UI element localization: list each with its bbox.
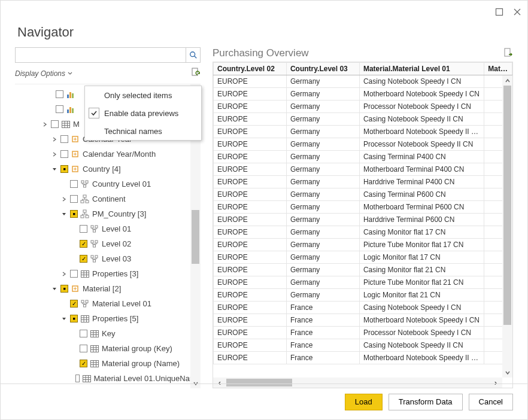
tree-node[interactable]: PM_Country [3]	[15, 206, 201, 221]
checkbox[interactable]	[56, 105, 63, 113]
table-row[interactable]: EUROPEGermanyMotherboard Notebook Speedy…	[214, 88, 512, 101]
table-row[interactable]: EUROPEGermanyMotherboard Terminal P400 C…	[214, 163, 512, 176]
table-cell: EUROPE	[214, 251, 287, 264]
expand-arrow-icon[interactable]	[60, 316, 68, 321]
menu-item-only-selected[interactable]: Only selected items	[85, 86, 201, 104]
table-cell: EUROPE	[214, 314, 287, 327]
cancel-button[interactable]: Cancel	[469, 394, 513, 410]
tree-node[interactable]: Material [2]	[15, 281, 201, 296]
checkbox[interactable]	[60, 165, 68, 173]
table-row[interactable]: EUROPEFranceMotherboard Notebook Speedy …	[214, 314, 512, 327]
scroll-thumb[interactable]	[192, 210, 199, 264]
checkbox[interactable]	[60, 285, 68, 293]
menu-item-enable-previews[interactable]: Enable data previews	[85, 104, 201, 122]
table-row[interactable]: EUROPEGermanyCasing Monitor flat 21 CN	[214, 264, 512, 276]
table-row[interactable]: EUROPEFranceProcessor Notebook Speedy I …	[214, 327, 512, 339]
expand-arrow-icon[interactable]	[60, 197, 68, 202]
column-header[interactable]: Material	[484, 63, 512, 75]
table-cell: Casing Monitor flat 17 CN	[359, 226, 484, 239]
table-row[interactable]: EUROPEGermanyProcessor Notebook Speedy I…	[214, 101, 512, 113]
table-cell: Processor Notebook Speedy II CN	[359, 138, 484, 151]
tree-node[interactable]: Country [4]	[15, 162, 201, 176]
tree-node[interactable]: Continent	[15, 191, 201, 206]
table-row[interactable]: EUROPEGermanyMotherboard Terminal P600 C…	[214, 201, 512, 214]
checkbox[interactable]	[80, 255, 87, 263]
checkbox[interactable]	[80, 360, 87, 367]
table-cell: Germany	[286, 201, 359, 214]
table-cell: Germany	[286, 176, 359, 188]
tree-node[interactable]: Properties [3]	[15, 266, 201, 281]
checkbox[interactable]	[51, 120, 59, 128]
table-row[interactable]: EUROPEFranceMotherboard Notebook Speedy …	[214, 352, 512, 364]
export-icon[interactable]	[503, 48, 513, 59]
tree-node[interactable]: Level 01	[15, 221, 201, 236]
tree-node[interactable]: Key	[15, 326, 201, 341]
table-row[interactable]: EUROPEGermanyPicture Tube Monitor flat 2…	[214, 276, 512, 289]
table-row[interactable]: EUROPEGermanyProcessor Notebook Speedy I…	[214, 138, 512, 151]
table-row[interactable]: EUROPEGermanyCasing Terminal P600 CN	[214, 188, 512, 201]
expand-arrow-icon[interactable]	[41, 122, 48, 127]
menu-item-technical-names[interactable]: Technical names	[85, 122, 201, 140]
table-row[interactable]: EUROPEGermanyCasing Notebook Speedy I CN	[214, 75, 512, 88]
checkbox[interactable]	[56, 90, 63, 98]
checkbox[interactable]	[80, 330, 87, 337]
search-button[interactable]	[186, 48, 200, 62]
expand-arrow-icon[interactable]	[51, 167, 58, 172]
chevron-down-icon	[68, 71, 72, 76]
transform-data-button[interactable]: Transform Data	[389, 394, 463, 410]
close-icon[interactable]	[513, 8, 521, 18]
column-header[interactable]: Material.Material Level 01	[359, 63, 484, 75]
table-row[interactable]: EUROPEGermanyCasing Terminal P400 CN	[214, 151, 512, 163]
table-row[interactable]: EUROPEFranceCasing Notebook Speedy II CN	[214, 339, 512, 352]
checkbox[interactable]	[80, 345, 87, 352]
svg-rect-98	[91, 360, 99, 367]
maximize-icon[interactable]	[495, 8, 503, 18]
table-vscrollbar[interactable]	[502, 75, 512, 378]
tree-node[interactable]: Material group (Key)	[15, 341, 201, 356]
scroll-down-icon[interactable]	[502, 367, 512, 378]
checkbox[interactable]	[70, 210, 78, 218]
scroll-up-icon[interactable]	[502, 75, 512, 86]
expand-arrow-icon[interactable]	[51, 137, 58, 142]
table-row[interactable]: EUROPEGermanyCasing Monitor flat 17 CN	[214, 226, 512, 239]
load-button[interactable]: Load	[345, 394, 383, 410]
checkbox[interactable]	[70, 195, 78, 203]
table-row[interactable]: EUROPEGermanyLogic Monitor flat 21 CN	[214, 289, 512, 302]
checkbox[interactable]	[70, 180, 78, 188]
search-input[interactable]	[16, 48, 186, 62]
tree-node[interactable]: Level 03	[15, 251, 201, 266]
expand-arrow-icon[interactable]	[60, 212, 68, 217]
tree-node[interactable]: Level 02	[15, 236, 201, 251]
checkbox[interactable]	[70, 300, 78, 308]
tree-node[interactable]: Calendar Year/Month	[15, 147, 201, 162]
expand-arrow-icon[interactable]	[60, 272, 68, 276]
column-header[interactable]: Country.Level 02	[214, 63, 287, 75]
scroll-thumb[interactable]	[503, 86, 511, 325]
expand-arrow-icon[interactable]	[51, 152, 58, 157]
tree-node[interactable]: Properties [5]	[15, 311, 201, 326]
table-row[interactable]: EUROPEGermanyHarddrive Terminal P400 CN	[214, 176, 512, 188]
tree-node[interactable]: Material group (Name)	[15, 356, 201, 371]
checkbox[interactable]	[70, 270, 78, 278]
table-row[interactable]: EUROPEFranceCasing Notebook Speedy I CN	[214, 302, 512, 314]
checkbox[interactable]	[80, 225, 87, 233]
table-row[interactable]: EUROPEGermanyLogic Monitor flat 17 CN	[214, 251, 512, 264]
table-row[interactable]: EUROPEGermanyCasing Notebook Speedy II C…	[214, 113, 512, 126]
dim-icon	[71, 284, 80, 294]
column-header[interactable]: Country.Level 03	[286, 63, 359, 75]
checkbox[interactable]	[75, 375, 80, 382]
tree-node[interactable]: Country Level 01	[15, 176, 201, 191]
checkbox[interactable]	[70, 315, 78, 322]
table-row[interactable]: EUROPEGermanyHarddrive Terminal P600 CN	[214, 214, 512, 226]
display-options-dropdown[interactable]: Display Options	[15, 69, 72, 78]
checkbox[interactable]	[80, 240, 87, 248]
refresh-icon[interactable]	[191, 68, 201, 79]
hier2-icon	[80, 209, 90, 219]
table-row[interactable]: EUROPEGermanyPicture Tube Monitor flat 1…	[214, 239, 512, 251]
table-row[interactable]: EUROPEGermanyMotherboard Notebook Speedy…	[214, 126, 512, 138]
svg-rect-93	[91, 345, 99, 352]
expand-arrow-icon[interactable]	[51, 287, 58, 291]
tree-node[interactable]: Material Level 01	[15, 296, 201, 311]
checkbox[interactable]	[60, 135, 68, 143]
checkbox[interactable]	[60, 150, 68, 158]
